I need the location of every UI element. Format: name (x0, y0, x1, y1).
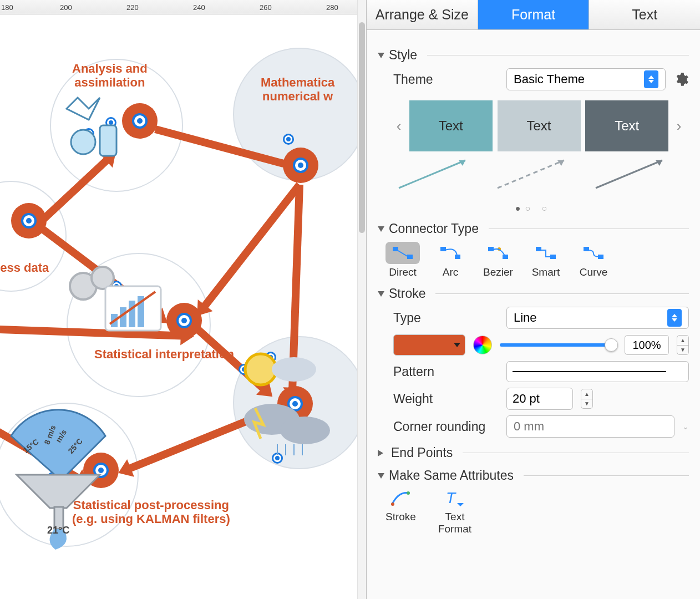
connector-type-direct[interactable]: Direct (385, 242, 420, 278)
tab-text[interactable]: Text (589, 0, 700, 29)
svg-point-0 (71, 130, 95, 154)
same-stroke-label: Stroke (385, 511, 416, 523)
prev-theme-icon[interactable]: ‹ (393, 118, 404, 135)
connector-type-label: Bezier (483, 266, 513, 278)
dropdown-caret-icon (672, 367, 683, 377)
section-stroke-label: Stroke (389, 286, 425, 301)
theme-swatch[interactable]: Text (585, 100, 668, 151)
weight-input[interactable] (506, 388, 573, 410)
inspector-sidebar: Arrange & Size Format Text Style Theme B… (366, 0, 700, 599)
weight-stepper[interactable]: ▲▼ (581, 389, 593, 409)
arrow-style-sample[interactable] (492, 155, 575, 194)
svg-point-38 (407, 491, 410, 495)
diagram-canvas[interactable]: Analysis and assimilation Mathematica nu… (0, 14, 366, 599)
weight-label: Weight (393, 392, 499, 407)
connector-type-bezier[interactable]: Bezier (481, 242, 515, 278)
disclosure-triangle-icon (378, 291, 384, 297)
label-stat-interp[interactable]: Statistical interpretation (94, 347, 234, 361)
svg-line-19 (399, 160, 465, 188)
opacity-stepper[interactable]: ▲▼ (677, 335, 689, 355)
same-stroke-button[interactable]: Stroke (385, 489, 416, 535)
stroke-color-button[interactable] (393, 334, 465, 356)
opacity-slider[interactable] (500, 343, 617, 347)
vertical-scrollbar[interactable] (357, 0, 366, 599)
disclosure-triangle-icon (378, 226, 384, 232)
connector-type-smart[interactable]: Smart (529, 242, 563, 278)
ruler-mark: 220 (126, 3, 139, 12)
connector-type-curve[interactable]: Curve (576, 242, 611, 278)
page-dots[interactable]: ●○ ○ (378, 204, 689, 214)
inspector-tabs: Arrange & Size Format Text (367, 0, 700, 30)
label-stat-post[interactable]: Statistical post-processing (e.g. using … (72, 498, 230, 526)
connector-type-arc[interactable]: Arc (433, 242, 468, 278)
color-wheel-icon[interactable] (473, 336, 492, 354)
svg-rect-31 (503, 255, 508, 259)
section-end-points-label: End Points (391, 445, 453, 460)
connector[interactable] (201, 182, 302, 309)
theme-value: Basic Theme (514, 72, 585, 87)
text-format-icon: T (444, 489, 466, 507)
corner-rounding-label: Corner rounding (393, 419, 499, 434)
label-21c: 21°C (47, 525, 69, 536)
pattern-select[interactable] (506, 361, 689, 382)
connector-type-label: Curve (580, 266, 608, 278)
pattern-preview (513, 371, 666, 372)
stroke-icon (389, 489, 412, 507)
stroke-type-select[interactable]: Line (506, 307, 689, 329)
format-panel: Style Theme Basic Theme ‹ Text Text Text… (367, 30, 700, 599)
theme-label: Theme (393, 72, 499, 87)
opacity-input[interactable] (625, 335, 669, 355)
scrollbar-thumb[interactable] (359, 22, 365, 233)
slider-thumb[interactable] (605, 338, 618, 352)
ruler-mark: 240 (193, 3, 205, 12)
connector-type-label: Direct (389, 266, 417, 278)
section-style[interactable]: Style (378, 48, 689, 63)
theme-swatch[interactable]: Text (498, 100, 581, 151)
section-end-points[interactable]: End Points (378, 445, 689, 460)
canvas-area: 180 200 220 240 260 280 (0, 0, 366, 599)
tab-format[interactable]: Format (478, 0, 590, 29)
theme-swatch[interactable]: Text (409, 100, 493, 151)
horizontal-ruler: 180 200 220 240 260 280 (0, 0, 366, 14)
ruler-mark: 180 (1, 3, 13, 12)
graph-node[interactable] (166, 303, 202, 338)
pattern-label: Pattern (393, 364, 499, 379)
arrow-style-sample[interactable] (393, 155, 476, 194)
svg-rect-29 (455, 255, 460, 259)
dropdown-caret-icon (667, 309, 682, 327)
selection-handle[interactable] (283, 134, 294, 145)
stroke-type-label: Type (393, 311, 499, 326)
connector-type-label: Smart (532, 266, 560, 278)
section-connector-type[interactable]: Connector Type (378, 221, 689, 236)
label-process-data[interactable]: cess data (0, 261, 49, 275)
same-text-format-label: Text Format (438, 511, 471, 535)
section-stroke[interactable]: Stroke (378, 286, 689, 301)
svg-point-10 (245, 354, 276, 385)
dropdown-caret-icon (644, 70, 658, 88)
stroke-type-value: Line (514, 311, 537, 325)
disclosure-triangle-icon (378, 53, 384, 58)
same-text-format-button[interactable]: T Text Format (438, 489, 471, 535)
ruler-mark: 200 (60, 3, 72, 12)
section-make-same[interactable]: Make Same Attributes (378, 468, 689, 483)
next-theme-icon[interactable]: › (673, 118, 684, 135)
disclosure-triangle-icon (378, 450, 387, 456)
svg-point-37 (391, 502, 394, 506)
weather-illustration (233, 336, 344, 469)
label-mathematical[interactable]: Mathematica numerical w (261, 75, 334, 104)
graph-node[interactable] (283, 148, 318, 183)
label-analysis[interactable]: Analysis and assimilation (72, 62, 148, 90)
theme-select[interactable]: Basic Theme (506, 68, 666, 90)
svg-line-27 (397, 250, 408, 257)
section-make-same-label: Make Same Attributes (389, 468, 514, 483)
tab-arrange-size[interactable]: Arrange & Size (367, 0, 478, 29)
corner-rounding-input[interactable] (506, 415, 674, 438)
arrow-style-sample[interactable] (590, 155, 673, 194)
gear-icon[interactable] (673, 72, 689, 87)
ruler-mark: 280 (326, 3, 338, 12)
svg-rect-1 (100, 125, 116, 156)
svg-rect-7 (129, 301, 135, 327)
svg-point-13 (280, 417, 330, 444)
chart-illustration (67, 264, 166, 342)
graph-node[interactable] (11, 203, 47, 238)
